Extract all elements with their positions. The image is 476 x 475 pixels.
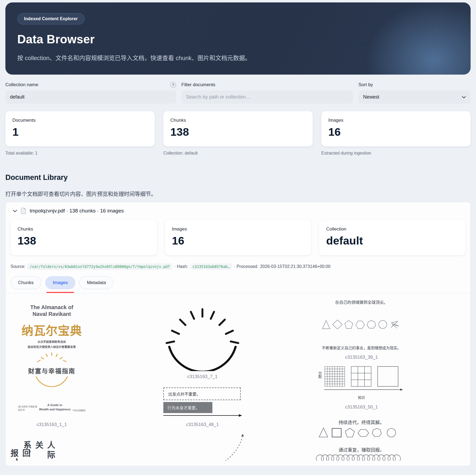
gallery-image-flow-arrow bbox=[163, 414, 242, 418]
page: Indexed Content Explorer Data Browser 按 … bbox=[0, 0, 476, 466]
stats-captions: Total available: 1 Collection: default E… bbox=[5, 151, 471, 156]
collection-name-input[interactable] bbox=[5, 90, 176, 104]
chevron-down-icon bbox=[462, 96, 466, 99]
sort-by-label: Sort by bbox=[358, 82, 373, 88]
book-subtitle-en-2: Wealth and Happiness bbox=[39, 407, 71, 412]
doc-card-value: 16 bbox=[172, 235, 304, 247]
stats-row: Documents 1 Chunks 138 Images 16 bbox=[5, 111, 471, 146]
hash-label: · Hash: bbox=[174, 264, 188, 269]
book-small-line: 硅谷知名天使投资人纳瓦尔智慧箴言录 bbox=[18, 345, 85, 349]
doc-card-label: Images bbox=[172, 226, 304, 232]
stat-card-chunks: Chunks 138 bbox=[163, 111, 313, 146]
file-icon bbox=[21, 208, 26, 214]
expander-title: tmpolqzvnjv.pdf · 138 chunks · 16 images bbox=[30, 208, 124, 214]
gallery-image-repeat-text: 通过重复，赚取回报。 bbox=[297, 446, 426, 453]
collection-field: Collection name ? bbox=[5, 82, 176, 104]
stat-caption: Total available: 1 bbox=[5, 151, 155, 156]
stat-caption: Collection: default bbox=[163, 151, 313, 156]
book-title-zh: 纳瓦尔宝典 bbox=[18, 321, 85, 338]
gallery-image-book-cover: The Almanack of Naval Ravikant 纳瓦尔宝典 从白手… bbox=[18, 304, 85, 412]
hash-value: c3135163ab8576ab… bbox=[190, 263, 232, 270]
filter-documents-input[interactable] bbox=[181, 90, 353, 104]
document-expander: tmpolqzvnjv.pdf · 138 chunks · 16 images… bbox=[5, 202, 471, 466]
hero-header: Indexed Content Explorer Data Browser 按 … bbox=[5, 2, 471, 75]
processed-label: · Processed: bbox=[234, 264, 258, 269]
book-subtitle-en-1: A Guide to bbox=[39, 403, 71, 407]
book-title-en-1: The Almanack of bbox=[18, 304, 85, 311]
gallery-image-smile-drawing bbox=[163, 299, 242, 372]
tab-chunks[interactable]: Chunks bbox=[11, 276, 41, 289]
processed-value: 2026-03-15T02:21:30.373146+00:00 bbox=[260, 264, 330, 269]
sort-field: Sort by Newest bbox=[358, 82, 471, 104]
book-publisher: 中信出版集团 bbox=[73, 409, 85, 412]
gallery-image-shapes-row2 bbox=[317, 426, 401, 439]
book-arc-drawing bbox=[18, 376, 85, 388]
book-mid-title: 财富与幸福指南 bbox=[18, 366, 85, 375]
image-caption: c3135163_7_1 bbox=[163, 374, 242, 379]
gallery-image-shapes-top-text: 在自己的领域做到全球顶尖。 bbox=[297, 299, 426, 305]
stat-caption: Extracted during ingestion bbox=[321, 151, 471, 156]
filter-documents-label: Filter documents bbox=[181, 82, 215, 88]
stat-label: Images bbox=[328, 118, 464, 123]
document-library-heading: Document Library bbox=[5, 173, 471, 182]
gallery-image-dashed-curve bbox=[221, 433, 246, 461]
grids-x-axis-label: 知识 bbox=[297, 395, 426, 400]
collection-name-label: Collection name bbox=[5, 82, 38, 88]
doc-card-label: Chunks bbox=[18, 226, 150, 232]
page-subtitle: 按 collection、文件名和内容规模浏览已导入文档，快速查看 chunk、… bbox=[17, 53, 459, 62]
image-caption: c3135163_1_1 bbox=[18, 422, 85, 427]
doc-card-chunks: Chunks 138 bbox=[11, 220, 157, 255]
stat-card-images: Images 16 bbox=[321, 111, 471, 146]
tab-metadata[interactable]: Metadata bbox=[79, 276, 113, 289]
book-rays-drawing bbox=[18, 351, 85, 365]
image-gallery: The Almanack of Naval Ravikant 纳瓦尔宝典 从白手… bbox=[6, 293, 470, 461]
image-caption: c3135163_48_1 bbox=[163, 422, 242, 427]
book-translator: 赵灿 译 bbox=[18, 408, 37, 412]
tab-images[interactable]: Images bbox=[45, 276, 75, 289]
book-author: [美] 埃里克·乔根森 著 bbox=[18, 405, 37, 408]
gallery-image-shapes-row1 bbox=[320, 318, 403, 331]
book-bottom-row: [美] 埃里克·乔根森 著 赵灿 译 A Guide to Wealth and… bbox=[18, 403, 85, 412]
sort-by-select[interactable]: Newest bbox=[358, 90, 471, 104]
doc-card-label: Collection bbox=[326, 226, 458, 232]
stat-value: 138 bbox=[170, 126, 306, 138]
tab-bar: Chunks Images Metadata bbox=[11, 276, 465, 289]
gallery-image-loops bbox=[316, 454, 405, 461]
source-line: Source: /var/folders/vs/63wb01xn7d772y5w… bbox=[11, 263, 465, 270]
stat-card-documents: Documents 1 bbox=[5, 111, 155, 146]
chevron-down-icon bbox=[13, 209, 17, 212]
sort-by-value: Newest bbox=[363, 94, 379, 100]
filters-row: Collection name ? Filter documents Sort … bbox=[5, 82, 471, 104]
expander-header[interactable]: tmpolqzvnjv.pdf · 138 chunks · 16 images bbox=[11, 202, 465, 219]
gallery-image-iterate-text: 持续迭代，终得其解。 bbox=[297, 419, 426, 425]
filter-field: Filter documents bbox=[181, 82, 353, 104]
doc-card-collection: Collection default bbox=[319, 220, 465, 255]
help-icon[interactable]: ? bbox=[170, 82, 176, 88]
gallery-image-shapes-bottom-text: 不断重新定义自己的事业，直到理想成为现实。 bbox=[297, 345, 426, 350]
page-title: Data Browser bbox=[17, 33, 459, 46]
grids-y-axis-label: 分配 bbox=[317, 371, 322, 378]
stat-label: Documents bbox=[12, 118, 148, 123]
book-small-line: 从白手起家到财务自由 bbox=[18, 340, 85, 344]
book-title-en-2: Naval Ravikant bbox=[18, 311, 85, 317]
stat-value: 16 bbox=[328, 126, 464, 138]
stat-label: Chunks bbox=[170, 118, 306, 123]
source-label: Source: bbox=[11, 264, 25, 269]
document-library-description: 打开单个文档即可查看切片内容、图片预览和处理时间等细节。 bbox=[5, 190, 471, 198]
hero-badge: Indexed Content Explorer bbox=[17, 13, 85, 25]
gallery-image-flow-box1: 出发点并不重要。 bbox=[163, 387, 241, 400]
gallery-image-grids: 分配 bbox=[318, 365, 404, 396]
image-caption: c3135163_39_1 bbox=[297, 355, 426, 360]
gallery-image-rotated-text: 回报， bbox=[8, 449, 32, 461]
doc-card-value: default bbox=[326, 235, 458, 247]
source-path: /var/folders/vs/63wb01xn7d772y5w1hv05ls8… bbox=[27, 263, 172, 270]
document-stats-row: Chunks 138 Images 16 Collection default bbox=[11, 220, 465, 255]
stat-value: 1 bbox=[12, 126, 148, 138]
doc-card-images: Images 16 bbox=[165, 220, 311, 255]
gallery-image-flow-box2: 行为本身才重要。 bbox=[163, 402, 212, 413]
image-caption: c3135163_50_1 bbox=[297, 404, 426, 410]
doc-card-value: 138 bbox=[18, 235, 150, 247]
